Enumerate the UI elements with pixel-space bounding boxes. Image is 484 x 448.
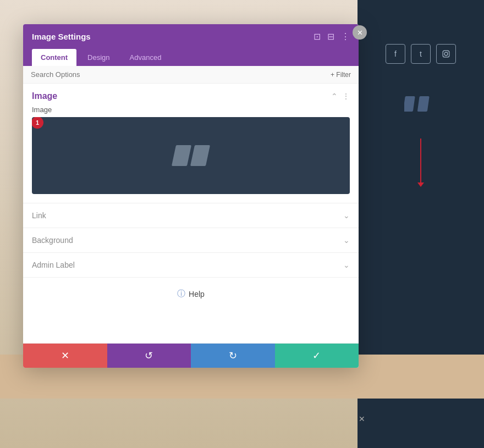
image-section-title: Image <box>32 91 57 101</box>
tab-content[interactable]: Content <box>32 49 76 66</box>
undo-button[interactable]: ↺ <box>107 344 191 368</box>
twitter-icon[interactable]: t <box>411 44 431 64</box>
search-bar: + Filter <box>23 66 359 84</box>
expand-icon[interactable]: ⊡ <box>314 32 321 41</box>
background-label: Background <box>32 236 73 245</box>
quote-slash-1 <box>172 145 191 166</box>
section-menu-icon[interactable]: ⋮ <box>342 92 350 101</box>
social-icons-group: f t <box>386 44 456 64</box>
arrow-down-indicator <box>420 139 421 182</box>
modal-footer: ✕ ↺ ↻ ✓ <box>23 343 359 368</box>
modal-body: Image ⌃ ⋮ Image 1 Link ⌄ Backgroun <box>23 84 359 343</box>
image-upload-area[interactable]: 1 <box>32 117 350 194</box>
image-quote-marks <box>174 145 208 166</box>
instagram-icon[interactable] <box>436 44 456 64</box>
spacer <box>23 310 359 343</box>
save-button[interactable]: ✓ <box>275 344 359 368</box>
modal-title: Image Settings <box>32 32 91 41</box>
help-section: ⓘ Help <box>23 277 359 310</box>
admin-label-label: Admin Label <box>32 261 75 269</box>
background-accordion: Background ⌄ <box>23 228 359 252</box>
admin-label-accordion: Admin Label ⌄ <box>23 252 359 277</box>
svg-rect-0 <box>443 51 449 57</box>
collapse-icon[interactable]: ⌃ <box>331 92 338 101</box>
link-accordion: Link ⌄ <box>23 203 359 228</box>
quote-marks-large <box>404 91 437 122</box>
more-icon[interactable]: ⋮ <box>341 32 350 41</box>
columns-icon[interactable]: ⊟ <box>327 32 334 41</box>
cancel-button[interactable]: ✕ <box>23 344 107 368</box>
modal-header-icons: ⊡ ⊟ ⋮ <box>314 32 350 41</box>
modal-header: Image Settings ⊡ ⊟ ⋮ <box>23 24 359 49</box>
image-field-label: Image <box>23 106 359 117</box>
redo-button[interactable]: ↻ <box>191 344 275 368</box>
tab-advanced[interactable]: Advanced <box>121 49 170 66</box>
link-chevron-icon: ⌄ <box>343 211 350 220</box>
help-icon: ⓘ <box>177 289 185 299</box>
background-accordion-header[interactable]: Background ⌄ <box>23 228 359 252</box>
admin-label-chevron-icon: ⌄ <box>343 261 350 269</box>
facebook-icon[interactable]: f <box>386 44 405 64</box>
section-header-icons: ⌃ ⋮ <box>331 92 350 101</box>
help-label[interactable]: Help <box>189 290 205 298</box>
svg-point-2 <box>448 52 448 52</box>
bottom-close-icon[interactable]: ✕ <box>359 414 365 423</box>
image-section-header: Image ⌃ ⋮ <box>23 84 359 106</box>
admin-label-accordion-header[interactable]: Admin Label ⌄ <box>23 253 359 277</box>
quote-slash-2 <box>190 145 210 166</box>
tabs-bar: Content Design Advanced <box>23 49 359 66</box>
badge-1: 1 <box>32 117 43 129</box>
link-label: Link <box>32 211 46 220</box>
filter-button[interactable]: + Filter <box>331 71 351 79</box>
tab-design[interactable]: Design <box>79 49 118 66</box>
svg-point-1 <box>444 52 448 56</box>
background-chevron-icon: ⌄ <box>343 236 350 245</box>
svg-rect-3 <box>404 96 415 112</box>
svg-rect-4 <box>417 96 430 112</box>
image-settings-modal: Image Settings ⊡ ⊟ ⋮ Content Design Adva… <box>23 24 359 368</box>
link-accordion-header[interactable]: Link ⌄ <box>23 203 359 228</box>
modal-overlay-close[interactable]: ✕ <box>353 25 367 40</box>
search-input[interactable] <box>31 70 331 79</box>
